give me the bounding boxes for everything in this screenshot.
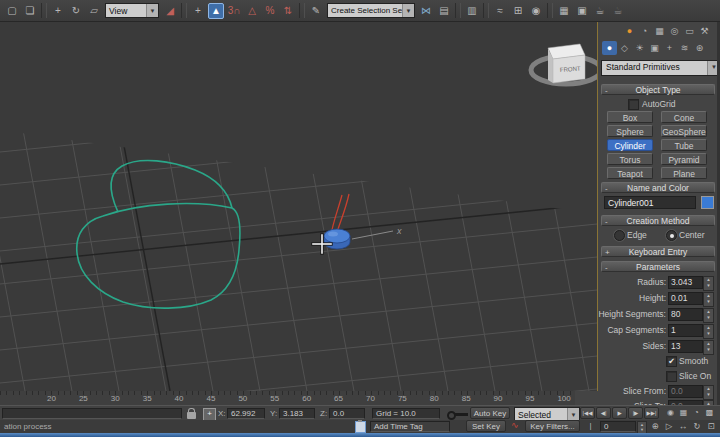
teapot-button[interactable]: Teapot [607, 167, 653, 179]
reference-coordinate-dropdown[interactable]: View▼ [105, 3, 159, 18]
layer-manager-icon[interactable]: ▥ [464, 3, 480, 19]
render-production-icon[interactable]: ☕ [592, 3, 608, 19]
subtab-systems[interactable]: ⊛ [692, 41, 707, 55]
previous-frame-button[interactable]: ◀| [596, 407, 611, 419]
slice-on-checkbox[interactable] [666, 371, 677, 382]
go-to-end-button[interactable]: ▶▶| [644, 407, 659, 419]
cone-button[interactable]: Cone [661, 111, 707, 123]
subtab-helpers[interactable]: + [662, 41, 677, 55]
edge-radio[interactable] [614, 230, 625, 241]
edit-named-selections-icon[interactable]: ✎ [308, 3, 324, 19]
spline-shape[interactable] [77, 160, 240, 308]
tab-motion[interactable]: ◎ [667, 24, 682, 38]
tab-create[interactable]: ● [622, 24, 637, 38]
radius-spinner[interactable]: ▲▼ [703, 276, 714, 291]
smooth-checkbox[interactable]: ✔ [666, 356, 677, 367]
rollout-parameters[interactable]: - Parameters [601, 261, 715, 272]
curve-editor-icon[interactable]: ≈ [492, 3, 508, 19]
set-keys-icon[interactable] [447, 411, 469, 418]
rendered-frame-icon[interactable]: ▣ [574, 3, 590, 19]
subtab-lights[interactable]: ☀ [632, 41, 647, 55]
select-object-icon[interactable]: ❏ [22, 3, 38, 19]
sides-field[interactable]: 13 [668, 340, 703, 353]
snaps-toggle-3d-icon[interactable]: 3∩ [226, 3, 242, 19]
default-tangents-icon[interactable]: ∿ [511, 420, 519, 430]
height-segments-field[interactable]: 80 [668, 308, 703, 321]
height-spinner[interactable]: ▲▼ [703, 292, 714, 307]
mirror-icon[interactable]: ⋈ [418, 3, 434, 19]
cap-segments-field[interactable]: 1 [668, 324, 703, 337]
geosphere-button[interactable]: GeoSphere [661, 125, 707, 137]
slice-from-spinner[interactable]: ▲▼ [703, 385, 714, 400]
spinner-snap-icon[interactable]: ⇅ [280, 3, 296, 19]
rollout-keyboard-entry[interactable]: + Keyboard Entry [601, 246, 715, 257]
radius-field[interactable]: 3.043 [668, 276, 703, 289]
keyable-icons-icon[interactable]: ◔ [690, 407, 703, 419]
subtab-cameras[interactable]: ▣ [647, 41, 662, 55]
time-configuration-icon[interactable]: ▦ [677, 407, 690, 419]
current-frame-field[interactable]: 0 [600, 421, 636, 432]
next-frame-button[interactable]: |▶ [628, 407, 643, 419]
slice-from-field[interactable]: 0.0 [668, 385, 703, 398]
viewcube[interactable]: FRONT [531, 44, 597, 84]
pivot-center-icon[interactable]: ◢ [162, 3, 178, 19]
rollout-object-type[interactable]: - Object Type [601, 84, 715, 95]
track-bar[interactable]: 20253035404550556065707580859095100 [0, 391, 598, 406]
key-mode-toggle-icon[interactable]: ◉ [664, 407, 677, 419]
autogrid-checkbox[interactable] [628, 99, 639, 110]
orbit-icon[interactable]: ↻ [690, 420, 704, 432]
select-region-icon[interactable]: ▢ [4, 3, 20, 19]
angle-snap-icon[interactable]: △ [244, 3, 260, 19]
auto-key-button[interactable]: Auto Key [470, 407, 510, 419]
tab-hierarchy[interactable]: ▦ [652, 24, 667, 38]
schematic-view-icon[interactable]: ⊞ [510, 3, 526, 19]
perspective-viewport[interactable]: x [0, 22, 598, 392]
y-coord-field[interactable]: 3.183 [279, 408, 315, 419]
rollout-name-color[interactable]: - Name and Color [601, 182, 715, 193]
rollout-creation-method[interactable]: - Creation Method [601, 215, 715, 226]
align-icon[interactable]: ▤ [436, 3, 452, 19]
set-key-button[interactable]: Set Key [466, 420, 506, 432]
zoom-icon[interactable]: ⊕ [648, 420, 662, 432]
zoom-region-icon[interactable]: ⊡ [704, 420, 718, 432]
named-selection-dropdown[interactable]: Create Selection Se▼ [327, 3, 415, 18]
height-field[interactable]: 0.01 [668, 292, 703, 305]
object-color-swatch[interactable] [701, 196, 714, 209]
material-editor-icon[interactable]: ◉ [528, 3, 544, 19]
pyramid-button[interactable]: Pyramid [661, 153, 707, 165]
subtab-geometry[interactable]: ● [602, 41, 617, 55]
cap-segments-spinner[interactable]: ▲▼ [703, 324, 714, 339]
render-setup-icon[interactable]: ▦ [556, 3, 572, 19]
tab-utilities[interactable]: ⚒ [697, 24, 712, 38]
tube-button[interactable]: Tube [661, 139, 707, 151]
subtab-shapes[interactable]: ◇ [617, 41, 632, 55]
render-iterative-icon[interactable]: ☕ [610, 3, 626, 19]
torus-button[interactable]: Torus [607, 153, 653, 165]
play-button[interactable]: ▶ [612, 407, 627, 419]
height-segments-spinner[interactable]: ▲▼ [703, 308, 714, 323]
percent-snap-icon[interactable]: % [262, 3, 278, 19]
zoom-all-icon[interactable]: ▷ [662, 420, 676, 432]
box-button[interactable]: Box [607, 111, 653, 123]
select-manipulate-icon[interactable]: ▲ [208, 3, 224, 19]
select-rotate-icon[interactable]: ↻ [68, 3, 84, 19]
select-place-icon[interactable]: + [190, 3, 206, 19]
category-dropdown[interactable]: Standard Primitives ▼ [601, 60, 720, 76]
center-radio[interactable] [666, 230, 677, 241]
go-to-start-icon[interactable]: |◀◀ [584, 420, 597, 432]
sides-spinner[interactable]: ▲▼ [703, 340, 714, 355]
z-coord-field[interactable]: 0.0 [329, 408, 365, 419]
selection-lock-icon[interactable] [187, 412, 196, 419]
pan-icon[interactable]: ↔ [676, 420, 690, 432]
object-name-field[interactable]: Cylinder001 [604, 196, 696, 209]
add-time-tag-field[interactable]: Add Time Tag [370, 421, 450, 432]
plane-button[interactable]: Plane [661, 167, 707, 179]
time-tag-icon[interactable] [355, 421, 366, 433]
key-filters-button[interactable]: Key Filters... [525, 420, 580, 432]
go-to-start-button[interactable]: |◀◀ [580, 407, 595, 419]
select-move-icon[interactable]: + [50, 3, 66, 19]
tab-modify[interactable]: ◔ [637, 24, 652, 38]
subtab-spacewarps[interactable]: ≋ [677, 41, 692, 55]
cylinder-object[interactable] [324, 229, 350, 249]
select-scale-icon[interactable]: ▱ [86, 3, 102, 19]
